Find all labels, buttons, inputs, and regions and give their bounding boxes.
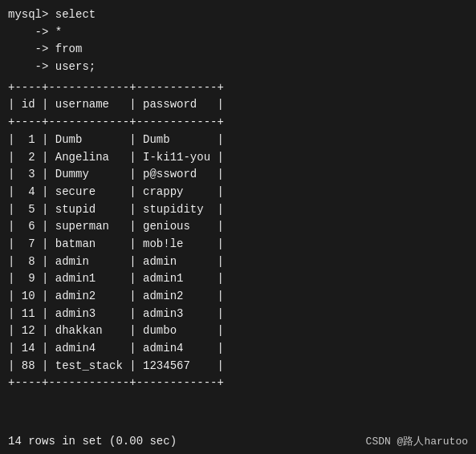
table-row: | 6 | superman | genious | xyxy=(8,218,468,236)
command-line-3: -> from xyxy=(8,41,468,59)
table-row: | 3 | Dummy | p@ssword | xyxy=(8,166,468,184)
table-row: | 14 | admin4 | admin4 | xyxy=(8,340,468,358)
command-line-2: -> * xyxy=(8,24,468,42)
table-row: | 10 | admin2 | admin2 | xyxy=(8,288,468,306)
table-row: | 7 | batman | mob!le | xyxy=(8,236,468,253)
table-row: | 88 | test_stack | 1234567 | xyxy=(8,358,468,375)
table-row: | 5 | stupid | stupidity | xyxy=(8,201,468,219)
table-row: | 1 | Dumb | Dumb | xyxy=(8,132,468,149)
table-row: | 12 | dhakkan | dumbo | xyxy=(8,322,468,340)
separator-top: +----+------------+------------+ xyxy=(8,79,468,97)
separator-bottom: +----+------------+------------+ xyxy=(8,375,468,392)
table-row: | 4 | secure | crappy | xyxy=(8,184,468,201)
table-row: | 8 | admin | admin | xyxy=(8,253,468,271)
table-row: | 11 | admin3 | admin3 | xyxy=(8,306,468,323)
watermark-text: CSDN @路人harutoo xyxy=(366,434,468,448)
command-block: mysql> select -> * -> from -> users; xyxy=(8,6,468,76)
results-table: +----+------------+------------+ | id | … xyxy=(8,79,468,392)
separator-header: +----+------------+------------+ xyxy=(8,114,468,132)
table-row: | 9 | admin1 | admin1 | xyxy=(8,270,468,288)
table-row: | 2 | Angelina | I-ki11-you | xyxy=(8,149,468,167)
command-line-1: mysql> select xyxy=(8,6,468,24)
command-line-4: -> users; xyxy=(8,59,468,76)
table-header: | id | username | password | xyxy=(8,96,468,114)
row-count-text: 14 rows in set (0.00 sec) xyxy=(8,435,177,448)
terminal-window: mysql> select -> * -> from -> users; +--… xyxy=(0,0,476,454)
footer-bar: 14 rows in set (0.00 sec) CSDN @路人haruto… xyxy=(0,428,476,454)
